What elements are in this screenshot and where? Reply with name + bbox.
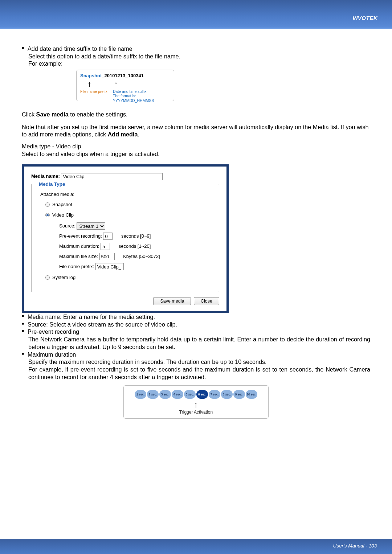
suffix-desc: Select this option to add a date/time su… (22, 53, 370, 60)
text: Click (22, 111, 36, 118)
suffix-bullet-title: Add date and time suffix to the file nam… (22, 45, 370, 53)
example-caption-format: The format is: YYYYMMDD_HHMMSS (113, 94, 170, 103)
timeline-chip: 10 sec. (246, 390, 257, 399)
pre-event-hint: seconds [0~9] (121, 233, 151, 239)
radio-icon[interactable] (45, 213, 50, 217)
max-filesize-input[interactable] (99, 253, 115, 260)
max-duration-input[interactable] (101, 243, 110, 250)
timeline-chip: 6 sec. (196, 390, 208, 399)
timeline-chip: 2 sec. (147, 390, 159, 399)
radio-videoclip-row[interactable]: Video Clip (45, 212, 212, 218)
radio-icon[interactable] (45, 275, 50, 280)
save-media-line: Click Save media to enable the settings. (22, 111, 370, 118)
timeline-chip: 9 sec. (233, 390, 245, 399)
note-line: Note that after you set up the first med… (22, 123, 370, 138)
arrow-up-icon: ↑ (127, 399, 265, 411)
timeline-chip: 3 sec. (159, 390, 171, 399)
radio-snapshot-label: Snapshot (52, 202, 72, 207)
suffix-example-lead: For example: (22, 60, 370, 67)
radio-videoclip-label: Video Clip (52, 212, 74, 218)
brand-text: VIVOTEK (352, 15, 377, 21)
footer-page-number: User's Manual - 103 (333, 543, 377, 549)
example-caption-prefix: File name prefix (80, 89, 107, 94)
media-name-label: Media name: (31, 173, 60, 179)
add-media-strong: Add media (108, 131, 138, 138)
example-prefix: Snapshot (80, 73, 102, 78)
attached-media-label: Attached media: (40, 192, 212, 198)
desc-max-duration-title: Maximum duration (22, 351, 370, 358)
media-type-dialog: Media name: Media Type Attached media: S… (22, 164, 229, 313)
max-duration-hint: seconds [1~20] (119, 243, 151, 249)
timeline-chip: 8 sec. (221, 390, 233, 399)
desc-pre-event-body: The Network Camera has a buffer to tempo… (22, 336, 370, 350)
save-media-button[interactable]: Save media (153, 297, 191, 305)
radio-systemlog-row[interactable]: System log (45, 275, 212, 281)
page-content: Add date and time suffix to the file nam… (0, 29, 392, 419)
radio-icon[interactable] (45, 202, 50, 207)
desc-media-name: Media name: Enter a name for the media s… (22, 313, 370, 321)
example-suffix: _20101213_100341 (102, 73, 144, 78)
arrow-up-icon: ↑ (114, 79, 118, 89)
arrow-up-icon: ↑ (87, 79, 91, 89)
media-name-input[interactable] (61, 173, 163, 180)
pre-event-label: Pre-event recording: (59, 233, 102, 239)
filename-prefix-input[interactable] (95, 263, 124, 270)
fieldset-legend: Media Type (37, 181, 68, 187)
media-type-fieldset: Media Type Attached media: Snapshot Vide… (31, 184, 219, 292)
text: Note that after you set up the first med… (22, 124, 369, 138)
timeline-chip: 5 sec. (184, 390, 196, 399)
timeline-label: Trigger Activation (127, 410, 265, 415)
desc-max-duration-l2: For example, if pre-event recording is s… (22, 366, 370, 381)
radio-snapshot-row[interactable]: Snapshot (45, 202, 212, 208)
videoclip-desc: Select to send video clips when a trigge… (22, 150, 370, 158)
source-select[interactable]: Stream 1 (77, 222, 105, 230)
timeline-chip: 4 sec. (172, 390, 183, 399)
radio-systemlog-label: System log (52, 275, 75, 280)
text: . (138, 131, 139, 138)
pre-event-input[interactable] (103, 233, 113, 240)
max-duration-label: Maximum duration: (59, 243, 99, 250)
videoclip-heading: Media type - Video clip (22, 143, 370, 150)
timeline-chip: 7 sec. (209, 390, 220, 399)
page-header: VIVOTEK (0, 0, 392, 28)
desc-source: Source: Select a video stream as the sou… (22, 321, 370, 328)
save-media-strong: Save media (36, 111, 69, 118)
timeline-diagram: 1 sec.2 sec.3 sec.4 sec.5 sec.6 sec.7 se… (123, 385, 269, 419)
page-footer: User's Manual - 103 (0, 539, 392, 554)
max-filesize-label: Maximum file size: (59, 254, 98, 260)
desc-pre-event-title: Pre-event recording (22, 328, 370, 336)
text: to enable the settings. (69, 111, 128, 118)
close-button[interactable]: Close (194, 297, 219, 305)
source-label: Source: (59, 223, 75, 229)
filename-example-box: Snapshot_20101213_100341 ↑ ↑ File name p… (76, 70, 174, 101)
desc-max-duration-l1: Specify the maximum recording duration i… (22, 358, 370, 366)
timeline-chip: 1 sec. (135, 390, 146, 399)
filename-prefix-label: File name prefix: (59, 264, 94, 270)
max-filesize-hint: Kbytes [50~3072] (123, 254, 160, 259)
